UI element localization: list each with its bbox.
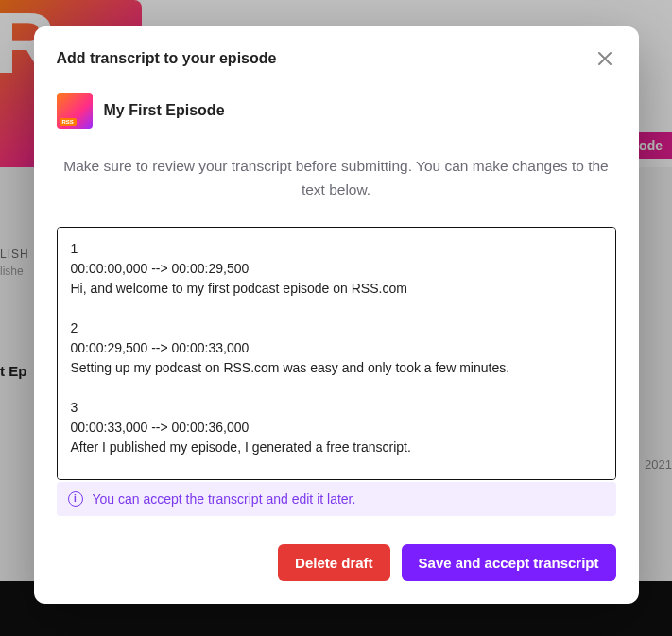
close-icon [596, 50, 613, 67]
info-bar: i You can accept the transcript and edit… [57, 482, 616, 516]
transcript-textarea[interactable] [57, 227, 616, 480]
episode-row: RSS My First Episode [57, 93, 616, 129]
info-text: You can accept the transcript and edit i… [93, 491, 356, 507]
delete-draft-button[interactable]: Delete draft [278, 544, 390, 581]
modal-header: Add transcript to your episode [57, 47, 616, 70]
instruction-text: Make sure to review your transcript befo… [57, 155, 616, 202]
modal-actions: Delete draft Save and accept transcript [57, 544, 616, 581]
info-icon: i [68, 491, 83, 507]
modal-title: Add transcript to your episode [57, 50, 277, 67]
modal-overlay: Add transcript to your episode RSS My Fi… [0, 0, 672, 636]
episode-name: My First Episode [104, 102, 225, 119]
rss-badge: RSS [60, 118, 77, 126]
transcript-modal: Add transcript to your episode RSS My Fi… [34, 26, 639, 604]
close-button[interactable] [594, 47, 616, 70]
save-accept-button[interactable]: Save and accept transcript [402, 544, 616, 581]
episode-thumbnail: RSS [57, 93, 93, 129]
